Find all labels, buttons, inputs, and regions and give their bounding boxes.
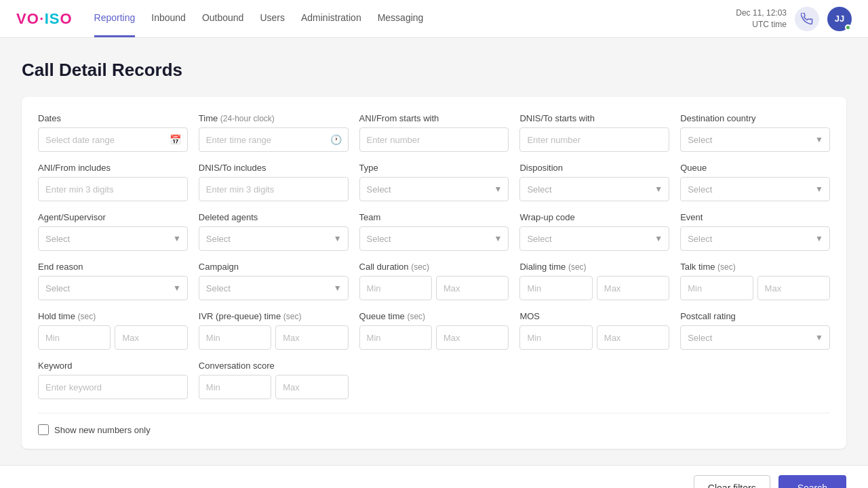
mos-label: MOS [519,311,669,321]
dates-input[interactable] [38,127,188,152]
date-input-wrap: 📅 [38,127,188,152]
dnis-includes-input[interactable] [199,177,349,201]
destination-country-label: Destination country [680,113,830,123]
dialing-time-range [519,276,669,300]
deleted-agents-label: Deleted agents [199,212,349,222]
agent-supervisor-label: Agent/Supervisor [38,212,188,222]
type-select[interactable]: Select [359,177,509,201]
deleted-agents-select[interactable]: Select [199,226,349,251]
disposition-select[interactable]: Select [519,177,669,201]
postcall-rating-select[interactable]: Select [680,325,830,350]
dialing-time-max[interactable] [597,276,669,300]
deleted-agents-select-wrap: Select ▼ [199,226,349,251]
ani-starts-label: ANI/From starts with [359,113,509,123]
disposition-select-wrap: Select ▼ [519,177,669,201]
filter-mos: MOS [519,311,669,350]
end-reason-select[interactable]: Select [38,276,188,300]
hold-time-min[interactable] [38,325,111,350]
queue-select-wrap: Select ▼ [680,177,830,201]
ivr-time-min[interactable] [199,325,271,350]
disposition-label: Disposition [519,163,669,173]
footer-bar: Clear filters Search [0,465,868,488]
dialing-time-min[interactable] [519,276,592,300]
queue-time-max[interactable] [436,325,509,350]
event-select[interactable]: Select [680,226,830,251]
ivr-time-label: IVR (pre-queue) time (sec) [199,311,349,321]
time-input-wrap: 🕐 [199,127,349,152]
nav-users[interactable]: Users [260,0,285,37]
navbar: VO●ISO Reporting Inbound Outbound Users … [0,0,868,38]
call-duration-min[interactable] [359,276,432,300]
talk-time-max[interactable] [757,276,830,300]
user-avatar-button[interactable]: JJ [827,7,852,31]
talk-time-min[interactable] [680,276,753,300]
logo: VO●ISO [16,10,73,28]
filter-ani-includes: ANI/From includes [38,163,188,201]
dnis-starts-label: DNIS/To starts with [519,113,669,123]
nav-links: Reporting Inbound Outbound Users Adminis… [94,0,736,37]
filter-time: Time (24-hour clock) 🕐 [199,113,349,152]
nav-outbound[interactable]: Outbound [202,0,244,37]
campaign-select-wrap: Select ▼ [199,276,349,300]
filter-team: Team Select ▼ [359,212,509,251]
clear-filters-button[interactable]: Clear filters [694,475,770,488]
mos-max[interactable] [597,325,669,350]
ani-starts-input[interactable] [359,127,509,152]
filter-card: Dates 📅 Time (24-hour clock) 🕐 ANI/From … [22,97,846,449]
datetime: Dec 11, 12:03 UTC time [736,7,787,30]
event-select-wrap: Select ▼ [680,226,830,251]
keyword-input[interactable] [38,375,188,399]
conversation-score-max[interactable] [275,375,348,399]
filter-dnis-includes: DNIS/To includes [199,163,349,201]
conversation-score-min[interactable] [199,375,271,399]
dates-label: Dates [38,113,188,123]
filter-agent-supervisor: Agent/Supervisor Select ▼ [38,212,188,251]
call-duration-label: Call duration (sec) [359,262,509,272]
filter-ani-starts: ANI/From starts with [359,113,509,152]
hold-time-range [38,325,188,350]
time-label: Time (24-hour clock) [199,113,349,123]
show-new-numbers-checkbox[interactable] [38,424,49,435]
team-select[interactable]: Select [359,226,509,251]
ani-includes-input[interactable] [38,177,188,201]
team-select-wrap: Select ▼ [359,226,509,251]
time-input[interactable] [199,127,349,152]
show-new-numbers-label[interactable]: Show new numbers only [54,425,151,435]
call-duration-max[interactable] [436,276,509,300]
filter-type: Type Select ▼ [359,163,509,201]
wrapup-code-select[interactable]: Select [519,226,669,251]
nav-reporting[interactable]: Reporting [94,0,136,37]
type-label: Type [359,163,509,173]
dnis-starts-input[interactable] [519,127,669,152]
mos-min[interactable] [519,325,592,350]
nav-right: Dec 11, 12:03 UTC time JJ [736,7,852,31]
filter-conversation-score: Conversation score [199,361,349,399]
conversation-score-label: Conversation score [199,361,349,371]
filter-divider [38,413,830,413]
type-select-wrap: Select ▼ [359,177,509,201]
dnis-includes-label: DNIS/To includes [199,163,349,173]
team-label: Team [359,212,509,222]
campaign-select[interactable]: Select [199,276,349,300]
queue-select[interactable]: Select [680,177,830,201]
filter-dialing-time: Dialing time (sec) [519,262,669,300]
phone-icon-button[interactable] [795,7,819,31]
ivr-time-max[interactable] [275,325,348,350]
postcall-rating-label: Postcall rating [680,311,830,321]
queue-label: Queue [680,163,830,173]
filter-wrapup-code: Wrap-up code Select ▼ [519,212,669,251]
queue-time-min[interactable] [359,325,432,350]
end-reason-select-wrap: Select ▼ [38,276,188,300]
show-new-numbers-row: Show new numbers only [38,424,830,435]
hold-time-max[interactable] [115,325,187,350]
dialing-time-label: Dialing time (sec) [519,262,669,272]
filter-hold-time: Hold time (sec) [38,311,188,350]
search-button[interactable]: Search [778,475,846,488]
destination-country-select-wrap: Select ▼ [680,127,830,152]
agent-supervisor-select[interactable]: Select [38,226,188,251]
filter-destination-country: Destination country Select ▼ [680,113,830,152]
nav-inbound[interactable]: Inbound [151,0,186,37]
destination-country-select[interactable]: Select [680,127,830,152]
nav-administration[interactable]: Administration [301,0,361,37]
nav-messaging[interactable]: Messaging [378,0,424,37]
